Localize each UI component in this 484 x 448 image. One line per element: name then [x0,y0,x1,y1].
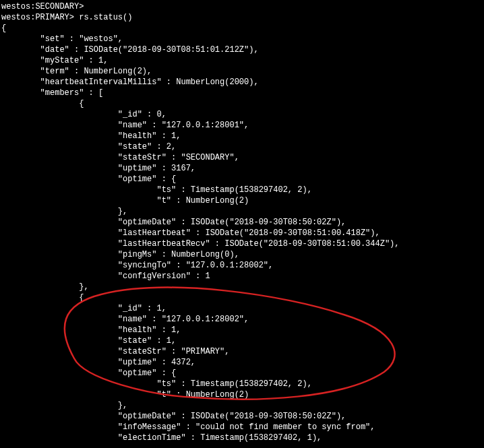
terminal-line: "state" : 1, [1,335,484,346]
terminal-line: "configVersion" : 1 [1,271,484,282]
terminal-line: { [1,23,484,34]
terminal-line: "uptime" : 3167, [1,163,484,174]
terminal-line: "members" : [ [1,88,484,98]
terminal-line: "t" : NumberLong(2) [1,195,484,206]
terminal-line: { [1,98,484,109]
terminal-line: "name" : "127.0.0.1:28001", [1,120,484,131]
terminal-line: }, [1,400,484,411]
terminal-line: "ts" : Timestamp(1538297402, 2), [1,185,484,195]
terminal-line: }, [1,206,484,217]
terminal-line: "ts" : Timestamp(1538297402, 2), [1,379,484,389]
terminal-line: }, [1,282,484,292]
terminal-line: "date" : ISODate("2018-09-30T08:51:01.21… [1,44,484,55]
terminal-line: "term" : NumberLong(2), [1,66,484,77]
terminal-line: "uptime" : 4372, [1,357,484,368]
terminal-line: "lastHeartbeat" : ISODate("2018-09-30T08… [1,228,484,238]
terminal-line: "optime" : { [1,174,484,185]
terminal-line: "infoMessage" : "could not find member t… [1,422,484,433]
terminal-line: "_id" : 0, [1,109,484,120]
terminal-line: "health" : 1, [1,131,484,141]
terminal-line: "heartbeatIntervalMillis" : NumberLong(2… [1,77,484,88]
terminal-line: "state" : 2, [1,141,484,152]
terminal-line: "pingMs" : NumberLong(0), [1,249,484,260]
terminal-line: westos:PRIMARY> rs.status() [1,12,484,23]
terminal-line: "lastHeartbeatRecv" : ISODate("2018-09-3… [1,238,484,249]
terminal-output[interactable]: westos:SECONDARY>westos:PRIMARY> rs.stat… [0,0,484,443]
terminal-line: "optime" : { [1,368,484,379]
terminal-line: { [1,292,484,303]
terminal-line: "electionTime" : Timestamp(1538297402, 1… [1,433,484,443]
terminal-line: "name" : "127.0.0.1:28002", [1,314,484,325]
terminal-line: "optimeDate" : ISODate("2018-09-30T08:50… [1,411,484,422]
terminal-line: westos:SECONDARY> [1,1,484,12]
terminal-line: "_id" : 1, [1,303,484,314]
terminal-line: "health" : 1, [1,325,484,335]
terminal-line: "t" : NumberLong(2) [1,389,484,400]
terminal-line: "myState" : 1, [1,55,484,66]
terminal-line: "syncingTo" : "127.0.0.1:28002", [1,260,484,271]
terminal-line: "stateStr" : "PRIMARY", [1,346,484,357]
terminal-line: "optimeDate" : ISODate("2018-09-30T08:50… [1,217,484,228]
terminal-line: "set" : "westos", [1,34,484,44]
terminal-line: "stateStr" : "SECONDARY", [1,152,484,163]
